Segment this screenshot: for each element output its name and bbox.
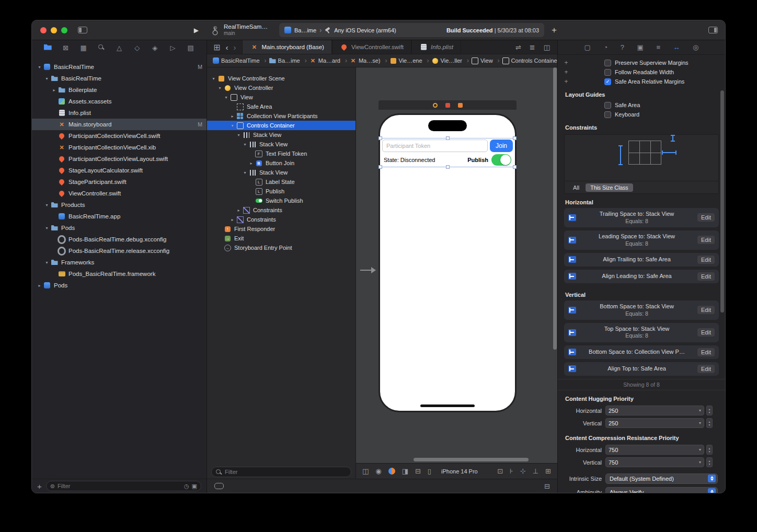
add-constraints-icon[interactable]: ⊹	[520, 467, 526, 475]
disclosure-triangle[interactable]	[51, 88, 58, 92]
horizontal-scrollbar[interactable]	[414, 458, 529, 461]
file-tree-item[interactable]: StageParticipant.swift	[32, 176, 207, 188]
outline-item[interactable]: View Controller	[207, 83, 355, 92]
outline-item[interactable]: Constraints	[207, 205, 355, 215]
jumpbar-item[interactable]: Controls Container	[502, 57, 557, 64]
outline-item-selected[interactable]: Controls Container	[207, 121, 355, 130]
constraint-row[interactable]: Align Top to: Safe AreaEdit	[564, 362, 719, 376]
outline-item[interactable]: Constraints	[207, 215, 355, 224]
adaptation-icon[interactable]: ⊟	[415, 467, 421, 475]
file-tree-item[interactable]: ParticipantCollectionViewLayout.swift	[32, 153, 207, 165]
safe-area-relative-margins-checkbox[interactable]: ✓	[604, 78, 611, 85]
back-button[interactable]: ‹	[225, 43, 228, 52]
test-navigator-icon[interactable]: ◇	[132, 44, 142, 51]
outline-item[interactable]: Safe Area	[207, 102, 355, 111]
tab-info-plist[interactable]: Info.plist	[411, 40, 461, 54]
disclosure-triangle[interactable]	[229, 114, 236, 119]
breakpoint-navigator-icon[interactable]: ▷	[168, 44, 178, 51]
size-class-this-tab[interactable]: This Size Class	[586, 183, 633, 192]
add-variation-icon[interactable]: +	[561, 59, 571, 66]
flagged-filter-icon[interactable]: ▣	[192, 483, 197, 489]
disclosure-triangle[interactable]	[223, 95, 230, 100]
add-tab-button[interactable]: +	[552, 25, 557, 36]
constraint-row[interactable]: Leading Space to: Stack ViewEquals: 8Edi…	[564, 230, 719, 250]
navigator-filter-field[interactable]: ⊜ ◷ ▣	[46, 481, 201, 491]
issue-navigator-icon[interactable]: △	[114, 44, 124, 51]
project-navigator-icon[interactable]	[42, 44, 53, 51]
file-tree-item[interactable]: ParticipantCollectionViewCell.swift	[32, 130, 207, 142]
file-tree-item[interactable]: BasicRealTime	[32, 73, 207, 84]
add-variation-icon[interactable]: +	[561, 78, 571, 85]
constraint-row[interactable]: Align Trailing to: Safe AreaEdit	[564, 253, 719, 267]
jumpbar-item[interactable]: View	[472, 57, 502, 64]
jumpbar-item[interactable]: BasicRealTime	[212, 57, 269, 64]
attributes-inspector-icon[interactable]: ≡	[656, 43, 660, 51]
stepper-control[interactable]: ▲▼	[706, 406, 713, 415]
file-inspector-icon[interactable]: ▢	[584, 43, 591, 51]
selection-handle[interactable]	[378, 165, 382, 169]
file-tree-item[interactable]: BasicRealTimeM	[32, 61, 207, 73]
add-editor-icon[interactable]: ◫	[544, 43, 550, 51]
outline-toggle-icon[interactable]: ◫	[362, 467, 369, 475]
disclosure-triangle[interactable]	[248, 161, 255, 166]
file-tree-item[interactable]: Info.plist	[32, 107, 207, 119]
constraint-row[interactable]: Top Space to: Stack ViewEquals: 8Edit	[564, 323, 719, 342]
add-file-button[interactable]: +	[37, 482, 42, 491]
debug-navigator-icon[interactable]: ◈	[150, 44, 160, 51]
selection-handle[interactable]	[446, 136, 450, 140]
constraints-diagram[interactable]: All This Size Class	[564, 134, 719, 194]
jumpbar-item[interactable]: Ba…ime	[269, 57, 309, 64]
outline-filter-input[interactable]	[225, 469, 347, 475]
find-navigator-icon[interactable]	[96, 44, 107, 52]
disclosure-triangle[interactable]	[235, 208, 242, 213]
selection-handle[interactable]	[446, 165, 450, 169]
align-icon[interactable]: ⊦	[510, 467, 513, 475]
code-review-icon[interactable]: ⇌	[515, 43, 521, 51]
device-icon[interactable]: ▯	[428, 467, 431, 475]
outline-item[interactable]: Storyboard Entry Point	[207, 243, 355, 252]
join-button[interactable]: Join	[490, 140, 513, 152]
jumpbar-item[interactable]: Ma…se)	[350, 57, 390, 64]
toggle-navigator-icon[interactable]	[78, 27, 87, 33]
selection-handle[interactable]	[513, 165, 517, 169]
file-tree-item[interactable]: Pods	[32, 222, 207, 234]
selection-handle[interactable]	[378, 136, 382, 140]
size-class-all-tab[interactable]: All	[573, 184, 579, 191]
stepper-control[interactable]: ▲▼	[706, 445, 713, 455]
selection-handle[interactable]	[513, 136, 517, 140]
constraint-row[interactable]: Bottom Space to: Collection View P…Edit	[564, 345, 719, 359]
file-tree-item[interactable]: ViewController.swift	[32, 188, 207, 199]
horizontal-hugging-field[interactable]: 250▾	[605, 406, 704, 415]
constraint-row[interactable]: Align Leading to: Safe AreaEdit	[564, 270, 719, 283]
preserve-superview-margins-checkbox[interactable]: ✓	[604, 60, 611, 66]
report-navigator-icon[interactable]: ▤	[186, 44, 196, 51]
storyboard-canvas[interactable]: Join State: Disconnected Publish	[356, 67, 557, 479]
constraint-ibeam[interactable]	[662, 152, 676, 153]
publish-switch[interactable]	[491, 154, 511, 166]
run-button[interactable]: ▶	[194, 27, 199, 34]
device-name[interactable]: iPhone 14 Pro	[441, 468, 478, 475]
add-variation-icon[interactable]: +	[561, 68, 571, 76]
appearance-icon[interactable]	[388, 468, 395, 475]
disclosure-triangle[interactable]	[36, 283, 43, 288]
embed-icon[interactable]: ⊞	[545, 467, 551, 475]
orientation-icon[interactable]: ◨	[402, 467, 408, 475]
file-tree-item[interactable]: Assets.xcassets	[32, 96, 207, 107]
file-tree-item[interactable]: Pods-BasicRealTime.release.xcconfig	[32, 245, 207, 257]
resolve-autolayout-icon[interactable]: ⊥	[533, 467, 538, 475]
related-items-icon[interactable]: ⊞	[213, 42, 220, 52]
navigator-filter-input[interactable]	[58, 483, 181, 489]
iphone-device-canvas[interactable]: Join State: Disconnected Publish	[378, 113, 517, 412]
file-tree-item[interactable]: Pods	[32, 280, 207, 291]
stepper-control[interactable]: ▲▼	[706, 418, 713, 428]
disclosure-triangle[interactable]	[235, 133, 242, 137]
file-tree-item[interactable]: Pods-BasicRealTime.debug.xcconfig	[32, 234, 207, 245]
outline-item[interactable]: Switch Publish	[207, 196, 355, 205]
scene-view-controller-icon[interactable]	[433, 103, 438, 108]
quick-help-inspector-icon[interactable]: ?	[621, 43, 624, 51]
outline-item[interactable]: Text Field Token	[207, 149, 355, 158]
constraint-ibeam[interactable]	[620, 145, 621, 165]
disclosure-triangle[interactable]	[43, 260, 50, 265]
file-tree-item[interactable]: Products	[32, 199, 207, 211]
edit-button[interactable]: Edit	[697, 328, 715, 337]
